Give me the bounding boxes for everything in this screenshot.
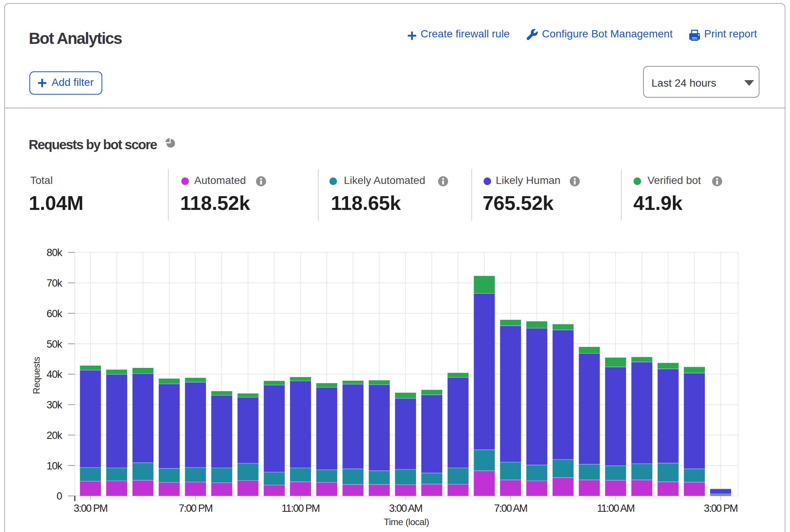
svg-text:3:00 AM: 3:00 AM	[389, 503, 422, 514]
svg-text:Requests: Requests	[31, 357, 42, 394]
svg-text:10k: 10k	[47, 460, 63, 472]
svg-text:50k: 50k	[47, 339, 63, 350]
svg-text:3:00 PM: 3:00 PM	[74, 503, 107, 514]
svg-text:20k: 20k	[47, 430, 63, 441]
svg-text:Time (local): Time (local)	[384, 517, 429, 527]
svg-text:30k: 30k	[47, 399, 63, 411]
svg-text:3:00 PM: 3:00 PM	[704, 503, 737, 514]
svg-text:7:00 AM: 7:00 AM	[494, 503, 527, 514]
svg-text:0: 0	[56, 490, 62, 502]
svg-text:7:00 PM: 7:00 PM	[179, 503, 212, 514]
svg-text:11:00 AM: 11:00 AM	[597, 503, 634, 514]
svg-text:40k: 40k	[47, 369, 63, 380]
svg-text:70k: 70k	[47, 277, 63, 289]
svg-text:60k: 60k	[47, 308, 63, 319]
svg-text:11:00 PM: 11:00 PM	[282, 503, 319, 514]
svg-text:80k: 80k	[47, 247, 63, 258]
